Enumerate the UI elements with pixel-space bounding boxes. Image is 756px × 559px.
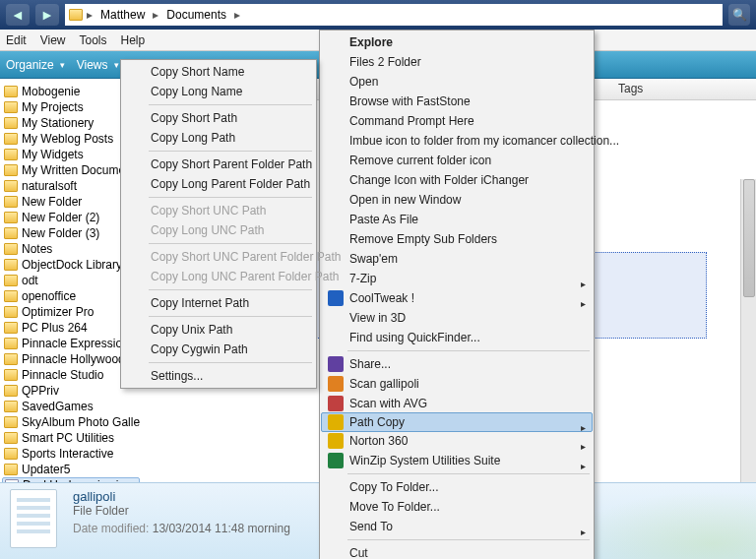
folder-icon — [4, 149, 18, 160]
list-item[interactable]: My Written Documents — [2, 162, 140, 178]
nav-back-button[interactable]: ◄ — [6, 4, 30, 26]
menu-item[interactable]: Copy Cygwin Path — [123, 340, 314, 359]
menu-item[interactable]: Copy To Folder... — [322, 477, 592, 497]
menu-item[interactable]: Remove current folder icon — [322, 151, 592, 170]
menu-item[interactable]: Copy Long Name — [123, 82, 314, 101]
menu-item[interactable]: Browse with FastStone — [322, 92, 592, 111]
menu-item[interactable]: Send To — [322, 517, 592, 536]
menu-item[interactable]: Open — [322, 72, 592, 92]
list-item[interactable]: SkyAlbum Photo Gallery Builder — [2, 414, 140, 430]
menu-item[interactable]: Norton 360 — [322, 431, 592, 451]
address-breadcrumb[interactable]: ▸ Matthew ▸ Documents ▸ — [65, 4, 723, 26]
list-item[interactable]: New Folder — [2, 194, 140, 210]
menu-item[interactable]: Remove Empty Sub Folders — [322, 229, 592, 249]
list-item[interactable]: SavedGames — [2, 399, 140, 414]
menu-item[interactable]: Move To Folder... — [322, 497, 592, 517]
menu-separator — [347, 539, 590, 540]
menu-item[interactable]: Share... — [322, 354, 592, 374]
menu-item[interactable]: Command Prompt Here — [322, 111, 592, 131]
menu-edit[interactable]: Edit — [6, 33, 27, 47]
folder-icon — [4, 306, 18, 318]
list-item[interactable]: odt — [2, 273, 140, 288]
menu-item[interactable]: Scan with AVG — [322, 394, 592, 413]
list-item[interactable]: Pinnacle Expression — [2, 336, 140, 351]
menu-item-label: Scan gallipoli — [349, 377, 419, 391]
menu-item[interactable]: Imbue icon to folder from my icomancer c… — [322, 131, 592, 151]
context-menu[interactable]: ExploreFiles 2 FolderOpenBrowse with Fas… — [319, 30, 595, 559]
list-item[interactable]: Sports Interactive — [2, 446, 140, 462]
folder-icon — [4, 86, 18, 97]
list-item[interactable]: Smart PC Utilities — [2, 430, 140, 446]
breadcrumb-segment[interactable]: Matthew — [96, 8, 149, 22]
menu-item[interactable]: Settings... — [123, 366, 314, 386]
menu-help[interactable]: Help — [121, 33, 146, 47]
menu-item[interactable]: Copy Short Parent Folder Path — [123, 155, 314, 174]
item-label: Smart PC Utilities — [22, 431, 114, 445]
menu-item[interactable]: Scan gallipoli — [322, 374, 592, 394]
item-label: openoffice — [22, 289, 76, 303]
menu-separator — [149, 289, 312, 290]
views-button[interactable]: Views — [77, 58, 119, 72]
pathcopy-submenu[interactable]: Copy Short NameCopy Long NameCopy Short … — [120, 59, 317, 389]
menu-item-label: Copy Long UNC Parent Folder Path — [151, 270, 339, 283]
menu-item[interactable]: CoolTweak ! — [322, 288, 592, 308]
menu-item[interactable]: Copy Long Parent Folder Path — [123, 174, 314, 194]
menu-tools[interactable]: Tools — [79, 33, 106, 47]
item-label: PC Plus 264 — [22, 321, 88, 335]
list-item[interactable]: Notes — [2, 241, 140, 257]
menu-item-label: Paste As File — [349, 213, 418, 226]
menu-item[interactable]: Copy Unix Path — [123, 320, 314, 340]
menu-item[interactable]: Cut — [322, 543, 592, 559]
list-item[interactable]: My Widgets — [2, 147, 140, 162]
list-item[interactable]: Pinnacle Hollywood FX for Studio — [2, 351, 140, 367]
menu-item[interactable]: Paste As File — [322, 210, 592, 229]
menu-item-label: Copy Long UNC Path — [151, 223, 264, 237]
list-item[interactable]: PC Plus 264 — [2, 320, 140, 336]
breadcrumb-segment[interactable]: Documents — [162, 8, 230, 22]
menu-item-icon — [328, 356, 344, 372]
list-item[interactable]: My Projects — [2, 99, 140, 115]
menu-item[interactable]: Copy Internet Path — [123, 293, 314, 313]
menu-item-label: View in 3D — [349, 311, 406, 325]
list-item[interactable]: New Folder (3) — [2, 225, 140, 241]
vertical-scrollbar[interactable] — [740, 179, 756, 482]
menu-item-label: Remove Empty Sub Folders — [349, 232, 497, 246]
list-item[interactable]: ObjectDock Library — [2, 257, 140, 273]
menu-item[interactable]: Copy Short Name — [123, 62, 314, 82]
folder-icon — [4, 164, 18, 176]
list-item[interactable]: Pinnacle Studio — [2, 367, 140, 383]
menu-separator — [149, 151, 312, 152]
menu-item[interactable]: 7-Zip — [322, 269, 592, 288]
menu-item[interactable]: View in 3D — [322, 308, 592, 328]
menu-item-label: Copy Internet Path — [151, 296, 249, 310]
search-icon[interactable]: 🔍 — [728, 4, 750, 26]
list-item[interactable]: naturalsoft — [2, 178, 140, 194]
list-item[interactable]: My Weblog Posts — [2, 131, 140, 147]
menu-item[interactable]: WinZip System Utilities Suite — [322, 451, 592, 470]
menu-item[interactable]: Copy Long Path — [123, 128, 314, 148]
menu-item[interactable]: Explore — [322, 32, 592, 52]
list-item[interactable]: Mobogenie — [2, 84, 140, 99]
menu-item[interactable]: Path Copy — [321, 412, 593, 432]
menu-item[interactable]: Open in new Window — [322, 190, 592, 210]
list-item[interactable]: New Folder (2) — [2, 210, 140, 225]
organize-button[interactable]: Organize — [6, 58, 65, 72]
menu-item-icon — [328, 414, 344, 430]
menu-item[interactable]: Copy Short Path — [123, 108, 314, 128]
list-item[interactable]: Optimizer Pro — [2, 304, 140, 320]
menu-item-label: 7-Zip — [349, 272, 376, 285]
menu-item[interactable]: Find using QuickFinder... — [322, 328, 592, 347]
menu-item[interactable]: Files 2 Folder — [322, 52, 592, 72]
details-name: gallipoli — [73, 489, 290, 504]
menu-item-icon — [328, 396, 344, 411]
menu-view[interactable]: View — [40, 33, 66, 47]
list-item[interactable]: openoffice — [2, 288, 140, 304]
nav-forward-button[interactable]: ► — [35, 4, 59, 26]
menu-item[interactable]: Change Icon with Folder iChanger — [322, 170, 592, 190]
list-item[interactable]: QPPriv — [2, 383, 140, 399]
scrollbar-thumb[interactable] — [743, 179, 755, 297]
menu-item[interactable]: Swap'em — [322, 249, 592, 269]
menu-item-label: Copy Short UNC Parent Folder Path — [151, 250, 341, 264]
list-item[interactable]: Updater5 — [2, 462, 140, 477]
list-item[interactable]: My Stationery — [2, 115, 140, 131]
